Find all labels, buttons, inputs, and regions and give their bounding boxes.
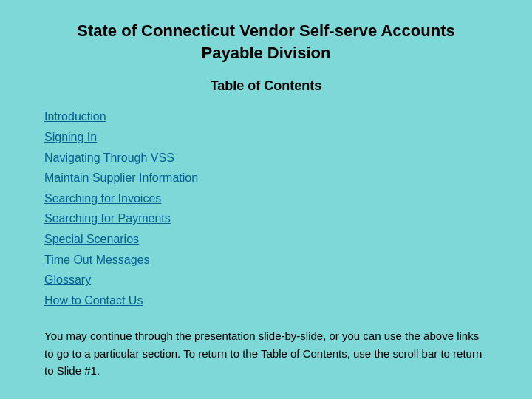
toc-link-2[interactable]: Navigating Through VSS [44,151,174,164]
toc-list-item: Time Out Messages [44,250,488,270]
toc-list-item: Searching for Invoices [44,189,488,208]
toc-list-item: Maintain Supplier Information [44,168,488,188]
toc-link-8[interactable]: Glossary [44,273,91,286]
toc-list-item: Signing In [44,128,488,147]
toc-list-item: Introduction [44,107,488,126]
toc-title: Table of Contents [44,78,488,94]
toc-link-5[interactable]: Searching for Payments [44,212,171,225]
toc-list-item: Searching for Payments [44,209,488,228]
toc-link-7[interactable]: Time Out Messages [44,253,150,266]
toc-list-item: Glossary [44,270,488,290]
toc-link-0[interactable]: Introduction [44,110,106,123]
toc-link-4[interactable]: Searching for Invoices [44,192,161,205]
toc-link-1[interactable]: Signing In [44,131,97,143]
slide-container: State of Connecticut Vendor Self-serve A… [15,0,517,399]
toc-link-3[interactable]: Maintain Supplier Information [44,171,198,184]
toc-list-item: Navigating Through VSS [44,149,488,168]
toc-list-item: Special Scenarios [44,230,488,249]
toc-link-6[interactable]: Special Scenarios [44,233,139,245]
toc-list-item: How to Contact Us [44,291,488,310]
toc-link-9[interactable]: How to Contact Us [44,294,143,307]
toc-list: IntroductionSigning InNavigating Through… [44,107,488,310]
footer-text: You may continue through the presentatio… [44,327,488,379]
main-title: State of Connecticut Vendor Self-serve A… [44,20,488,64]
